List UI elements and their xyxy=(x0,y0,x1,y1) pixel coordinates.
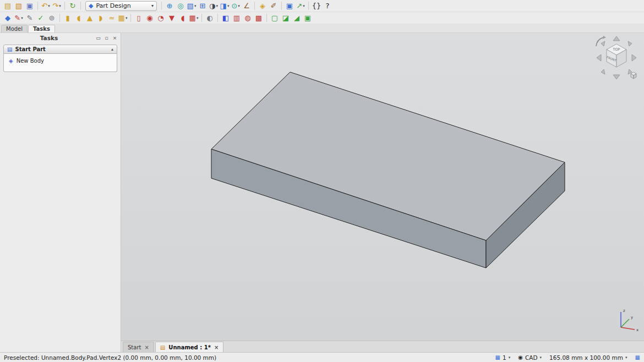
macro-edit-icon: ✐ xyxy=(271,2,277,9)
close-icon[interactable]: × xyxy=(144,344,149,350)
chevron-down-icon[interactable]: ▾ xyxy=(125,16,128,20)
navigation-style-selector[interactable]: ◉ CAD ▾ xyxy=(518,354,542,361)
revolution-button[interactable]: ◖ xyxy=(73,13,84,24)
chevron-down-icon[interactable]: ▾ xyxy=(21,16,23,20)
additive-primitives-button[interactable]: ▦ ▾ xyxy=(117,13,128,24)
save-document-button[interactable]: ▣ xyxy=(24,1,35,12)
float-button[interactable]: ▫ xyxy=(103,35,110,41)
zoom-tools-button[interactable]: ⊙ ▾ xyxy=(230,1,241,12)
edit-macro-button[interactable]: ✐ xyxy=(268,1,279,12)
chevron-down-icon[interactable]: ▾ xyxy=(197,16,199,20)
view-mode-button[interactable]: ◨ ▾ xyxy=(219,1,230,12)
start-part-section-header[interactable]: ▤ Start Part ▴ xyxy=(3,45,117,54)
chevron-down-icon[interactable]: ▾ xyxy=(194,4,197,8)
chamfer-button[interactable]: ◪ xyxy=(280,13,291,24)
nav-arrow-up-icon[interactable] xyxy=(613,36,620,41)
axonometric-view-button[interactable]: ▧ ▾ xyxy=(186,1,197,12)
open-document-button[interactable]: ▧ xyxy=(13,1,24,12)
start-part-section-body: ◈ New Body xyxy=(3,54,117,72)
redo-button[interactable]: ↷ ▾ xyxy=(51,1,62,12)
chevron-down-icon[interactable]: ▾ xyxy=(48,4,50,8)
subtractive-loft-button[interactable]: ▼ xyxy=(166,13,177,24)
navcube-mini-cube-icon[interactable] xyxy=(631,72,636,79)
close-icon[interactable]: × xyxy=(214,344,219,350)
workbench-selector[interactable]: ◆ Part Design ▾ xyxy=(85,1,157,11)
nav-arrow-left-icon[interactable] xyxy=(597,54,601,61)
boolean-icon: ◐ xyxy=(206,14,212,21)
chevron-down-icon[interactable]: ▾ xyxy=(216,4,218,8)
create-sketch-button[interactable]: ✎ ▾ xyxy=(13,13,24,24)
pocket-button[interactable]: ▯ xyxy=(133,13,144,24)
new-body-item[interactable]: ◈ New Body xyxy=(6,57,114,65)
panel-window-buttons: ▭ ▫ × xyxy=(95,35,118,41)
layer-selector[interactable]: ▦ 1 ▾ xyxy=(495,354,511,361)
validate-sketch-button[interactable]: ✓ xyxy=(35,13,46,24)
nav-arrow-right-icon[interactable] xyxy=(632,54,636,61)
polar-pattern-button[interactable]: ◍ xyxy=(242,13,253,24)
toolbar-separator xyxy=(281,2,282,10)
axis-cross: z y x xyxy=(616,305,641,332)
nav-corner-ne-icon[interactable] xyxy=(628,41,632,46)
toolbar-separator xyxy=(254,2,255,10)
zoom-selection-button[interactable]: ◎ xyxy=(175,1,186,12)
nav-corner-nw-icon[interactable] xyxy=(601,41,605,46)
tab-start[interactable]: Start × xyxy=(123,342,154,352)
refresh-icon: ↻ xyxy=(70,2,76,9)
tab-unnamed[interactable]: ▤ Unnamed : 1* × xyxy=(155,342,223,352)
additive-pipe-button[interactable]: ◗ xyxy=(95,13,106,24)
tab-model[interactable]: Model xyxy=(1,25,28,32)
new-document-button[interactable]: ▤ xyxy=(2,1,13,12)
subtractive-pipe-button[interactable]: ◖ xyxy=(177,13,188,24)
boolean-button[interactable]: ◐ xyxy=(204,13,215,24)
draw-style-button[interactable]: ◑ ▾ xyxy=(208,1,219,12)
python-console-button[interactable]: {} xyxy=(311,1,322,12)
chevron-down-icon[interactable]: ▾ xyxy=(238,4,240,8)
linear-pattern-button[interactable]: ▥ xyxy=(231,13,242,24)
edit-sketch-button[interactable]: ✎ xyxy=(24,13,35,24)
sync-view-button[interactable]: ⊞ xyxy=(197,1,208,12)
nav-corner-sw-icon[interactable] xyxy=(601,69,605,74)
toolbar-separator xyxy=(161,2,162,10)
macros-button[interactable]: ◈ xyxy=(257,1,268,12)
corner-widget[interactable]: ▦ xyxy=(635,354,640,360)
subtractive-loft-icon: ▼ xyxy=(169,14,174,21)
toolbar-separator xyxy=(217,14,218,22)
close-button[interactable]: × xyxy=(112,35,118,41)
shade-button[interactable]: ▭ xyxy=(95,35,101,41)
collapse-arrow-icon[interactable]: ▴ xyxy=(111,47,113,52)
subtractive-primitives-button[interactable]: ▦ ▾ xyxy=(188,13,199,24)
chevron-down-icon[interactable]: ▾ xyxy=(59,4,61,8)
additive-loft-icon: ▲ xyxy=(87,14,92,21)
chevron-down-icon[interactable]: ▾ xyxy=(303,4,305,8)
navcube-top-label: TOP xyxy=(612,47,620,52)
3d-viewport[interactable]: TOP FRONT z y x xyxy=(121,33,644,341)
thickness-button[interactable]: ▣ xyxy=(302,13,313,24)
link-actions-button[interactable]: ↗ ▾ xyxy=(295,1,306,12)
edit-sketch-icon: ✎ xyxy=(27,14,33,21)
dimension-indicator[interactable]: 165.08 mm x 100.00 mm ▾ xyxy=(549,354,627,361)
draft-button[interactable]: ◢ xyxy=(291,13,302,24)
pad-button[interactable]: ▮ xyxy=(62,13,73,24)
nav-arrow-down-icon[interactable] xyxy=(613,75,620,79)
tab-tasks[interactable]: Tasks xyxy=(28,25,55,32)
navigation-cube[interactable]: TOP FRONT xyxy=(593,34,640,81)
additive-helix-button[interactable]: ≈ xyxy=(106,13,117,24)
refresh-button[interactable]: ↻ xyxy=(67,1,78,12)
multitransform-button[interactable]: ▩ xyxy=(253,13,264,24)
whats-this-button[interactable]: ? xyxy=(322,1,333,12)
layers-icon: ▦ xyxy=(495,354,500,360)
new-window-button[interactable]: ▣ xyxy=(284,1,295,12)
chevron-down-icon[interactable]: ▾ xyxy=(227,4,230,8)
mirrored-button[interactable]: ◧ xyxy=(220,13,231,24)
groove-button[interactable]: ◔ xyxy=(155,13,166,24)
fillet-button[interactable]: ▢ xyxy=(269,13,280,24)
check-geometry-button[interactable]: ⊚ xyxy=(46,13,57,24)
measure-button[interactable]: ∠ xyxy=(241,1,252,12)
additive-loft-button[interactable]: ▲ xyxy=(84,13,95,24)
chevron-down-icon: ▾ xyxy=(625,355,627,360)
create-body-button[interactable]: ◆ xyxy=(2,13,13,24)
hole-button[interactable]: ◉ xyxy=(144,13,155,24)
fit-all-button[interactable]: ⊕ xyxy=(164,1,175,12)
undo-button[interactable]: ↶ ▾ xyxy=(40,1,51,12)
grid-corner-icon: ▦ xyxy=(635,354,640,360)
